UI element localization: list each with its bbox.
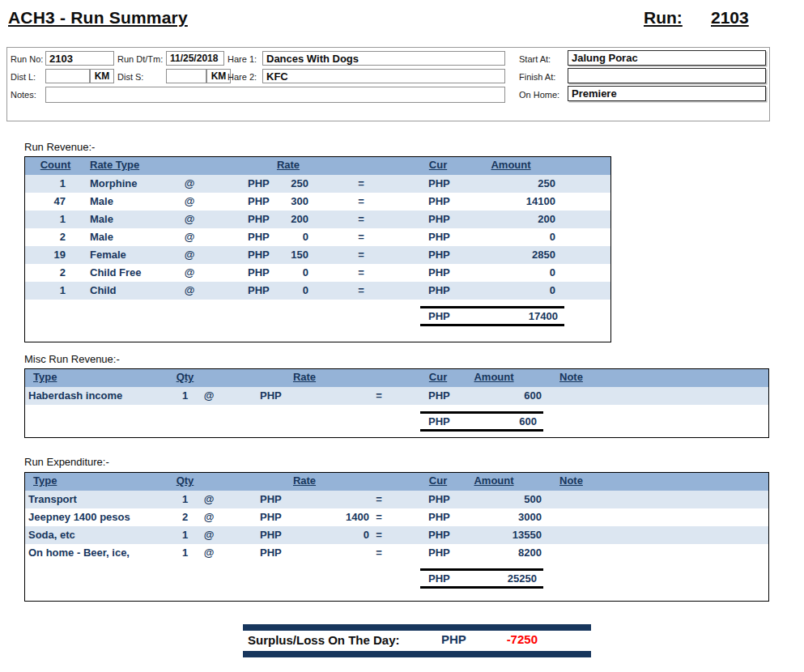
rate-cell: 1400: [308, 511, 369, 523]
equals-symbol: =: [353, 249, 369, 261]
at-symbol: @: [197, 529, 221, 541]
equals-symbol: =: [371, 529, 387, 541]
type-cell: Jeepney 1400 pesos: [28, 511, 130, 523]
misc-revenue-table: Type Qty Rate Cur Amount Note Haberdash …: [24, 368, 769, 438]
type-cell: On home - Beer, ice,: [28, 547, 130, 559]
qty-cell: 1: [171, 529, 199, 541]
at-symbol: @: [197, 511, 221, 523]
total-currency: PHP: [428, 572, 450, 585]
rate-currency-cell: PHP: [248, 177, 270, 189]
surplus-label: Surplus/Loss On The Day:: [248, 633, 400, 647]
run-no-field[interactable]: 2103: [45, 51, 114, 66]
amount-header: Amount: [446, 474, 542, 487]
rate-currency-cell: PHP: [248, 249, 270, 261]
rate-currency-cell: PHP: [260, 529, 282, 541]
rate-type-cell: Male: [90, 213, 113, 225]
rate-type-cell: Child Free: [90, 266, 142, 279]
page-title: ACH3 - Run Summary: [8, 8, 188, 28]
notes-field[interactable]: [45, 87, 505, 103]
rate-currency-cell: PHP: [248, 266, 270, 279]
run-revenue-section-title: Run Revenue:-: [24, 141, 95, 153]
table-row: 1 Male @ PHP 200 = PHP 200: [25, 211, 610, 228]
amount-header: Amount: [446, 371, 542, 383]
at-symbol: @: [177, 195, 202, 207]
misc-revenue-total: PHP 600: [420, 411, 543, 432]
rate-currency-cell: PHP: [248, 231, 270, 243]
amount-cell: 250: [462, 177, 555, 189]
rate-type-header: Rate Type: [90, 159, 139, 171]
qty-cell: 1: [171, 547, 199, 559]
amount-cell: 14100: [462, 195, 555, 207]
currency-cell: PHP: [428, 266, 450, 279]
rate-currency-cell: PHP: [260, 511, 282, 523]
currency-cell: PHP: [428, 213, 450, 225]
hare1-field[interactable]: Dances With Dogs: [262, 51, 505, 66]
misc-revenue-rows: Haberdash income 1 @ PHP = PHP 600: [25, 387, 768, 405]
table-row: Soda, etc 1 @ PHP 0 = PHP 13550: [25, 526, 768, 544]
equals-symbol: =: [371, 547, 387, 559]
qty-cell: 2: [171, 511, 199, 523]
dist-l-label: Dist L:: [11, 72, 36, 82]
run-revenue-rows: 1 Morphine @ PHP 250 = PHP 250 47 Male @…: [25, 175, 610, 300]
expenditure-total: PHP 25250: [420, 568, 543, 589]
run-dttm-field[interactable]: 11/25/2018: [166, 51, 224, 66]
count-cell: 1: [25, 213, 66, 225]
rate-type-cell: Female: [90, 249, 126, 261]
count-cell: 2: [25, 231, 66, 243]
equals-symbol: =: [371, 389, 387, 402]
at-symbol: @: [177, 249, 202, 261]
count-cell: 1: [25, 177, 66, 189]
rate-cell: 0: [276, 266, 308, 279]
total-amount: 25250: [508, 572, 537, 585]
currency-cell: PHP: [428, 231, 450, 243]
start-at-field[interactable]: Jalung Porac: [568, 50, 766, 66]
total-currency: PHP: [428, 415, 450, 427]
total-currency: PHP: [428, 310, 450, 322]
amount-header: Amount: [466, 159, 555, 171]
at-symbol: @: [177, 266, 202, 279]
rate-cell: 0: [276, 284, 308, 296]
table-row: On home - Beer, ice, 1 @ PHP = PHP 8200: [25, 544, 768, 562]
rate-cell: 0: [276, 231, 308, 243]
equals-symbol: =: [353, 195, 369, 207]
surplus-currency: PHP: [441, 632, 466, 646]
amount-cell: 0: [462, 284, 555, 296]
rate-cell: 0: [308, 529, 369, 541]
dist-s-field[interactable]: [166, 69, 206, 83]
table-row: 19 Female @ PHP 150 = PHP 2850: [25, 246, 610, 264]
run-number: 2103: [711, 8, 749, 28]
total-amount: 600: [519, 415, 537, 427]
rate-type-cell: Child: [90, 284, 117, 296]
finish-at-field[interactable]: [568, 68, 766, 83]
rate-currency-cell: PHP: [248, 195, 270, 207]
divider-bar-bottom: [243, 651, 591, 657]
count-cell: 1: [25, 284, 66, 296]
table-row: Haberdash income 1 @ PHP = PHP 600: [25, 387, 768, 405]
rate-cell: 300: [276, 195, 308, 207]
run-header-form: Run No: 2103 Run Dt/Tm: 11/25/2018 Hare …: [6, 47, 770, 121]
run-revenue-table: Count Rate Type Rate Cur Amount 1 Morphi…: [24, 156, 611, 342]
table-row: 1 Morphine @ PHP 250 = PHP 250: [25, 175, 610, 193]
note-header: Note: [559, 474, 583, 487]
amount-cell: 0: [462, 266, 555, 279]
misc-revenue-header-row: Type Qty Rate Cur Amount Note: [25, 369, 768, 387]
cur-header: Cur: [418, 159, 458, 171]
qty-cell: 1: [171, 493, 199, 505]
on-home-field[interactable]: Premiere: [568, 86, 766, 101]
hare2-field[interactable]: KFC: [262, 69, 505, 83]
table-row: 2 Child Free @ PHP 0 = PHP 0: [25, 264, 610, 282]
run-label: Run:: [644, 8, 683, 28]
count-header: Count: [33, 159, 78, 171]
dist-l-unit: KM: [90, 69, 114, 83]
rate-cell: 250: [276, 177, 308, 189]
finish-at-label: Finish At:: [519, 72, 555, 82]
dist-l-field[interactable]: [45, 69, 90, 83]
amount-cell: 0: [462, 231, 555, 243]
rate-cell: 200: [276, 213, 308, 225]
amount-cell: 200: [462, 213, 555, 225]
amount-cell: 500: [446, 493, 542, 505]
total-amount: 17400: [529, 310, 558, 322]
type-header: Type: [33, 474, 57, 487]
currency-cell: PHP: [428, 284, 450, 296]
run-revenue-header-row: Count Rate Type Rate Cur Amount: [25, 157, 610, 175]
